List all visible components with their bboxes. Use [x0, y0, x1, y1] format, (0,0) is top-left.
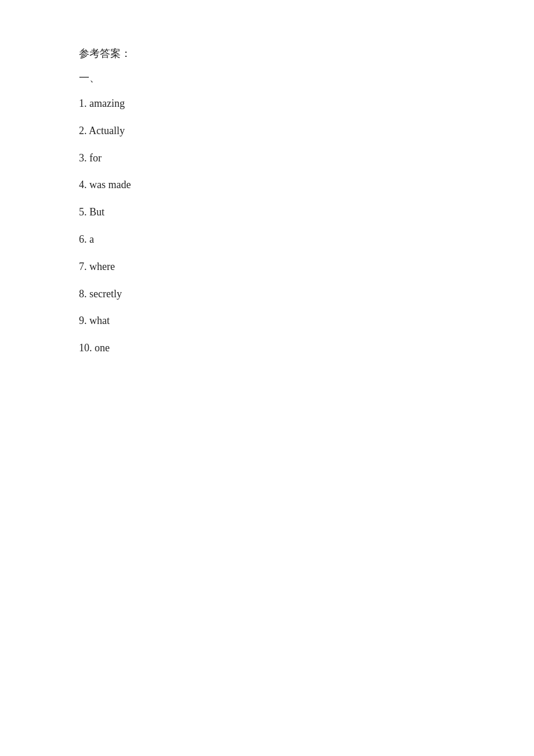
list-item: 6. a	[79, 231, 534, 248]
list-item: 5. But	[79, 204, 534, 221]
list-item: 1. amazing	[79, 95, 534, 112]
answer-text: Actually	[89, 125, 125, 136]
answer-number: 6.	[79, 233, 89, 245]
list-item: 4. was made	[79, 177, 534, 193]
answer-number: 4.	[79, 179, 89, 190]
list-item: 2. Actually	[79, 123, 534, 139]
answer-text: what	[89, 315, 110, 326]
answer-text: where	[89, 261, 115, 272]
list-item: 7. where	[79, 258, 534, 275]
answer-text: amazing	[89, 98, 125, 109]
answer-text: But	[89, 206, 104, 218]
answer-text: one	[95, 342, 110, 354]
list-item: 3. for	[79, 150, 534, 167]
list-item: 10. one	[79, 340, 534, 357]
answer-list: 1. amazing2. Actually3. for4. was made5.…	[79, 95, 534, 357]
subsection-title: 一、	[79, 71, 534, 85]
section-title: 参考答案：	[79, 46, 534, 60]
answer-number: 9.	[79, 315, 89, 326]
list-item: 9. what	[79, 312, 534, 329]
answer-number: 5.	[79, 206, 89, 218]
answer-text: a	[89, 233, 94, 245]
page-content: 参考答案： 一、 1. amazing2. Actually3. for4. w…	[0, 0, 534, 413]
answer-number: 7.	[79, 261, 89, 272]
answer-text: secretly	[89, 288, 122, 300]
answer-number: 8.	[79, 288, 89, 300]
answer-number: 10.	[79, 342, 95, 354]
list-item: 8. secretly	[79, 286, 534, 303]
answer-number: 1.	[79, 98, 89, 109]
answer-number: 2.	[79, 125, 89, 136]
answer-text: for	[89, 152, 102, 164]
answer-number: 3.	[79, 152, 89, 164]
answer-text: was made	[89, 179, 131, 190]
